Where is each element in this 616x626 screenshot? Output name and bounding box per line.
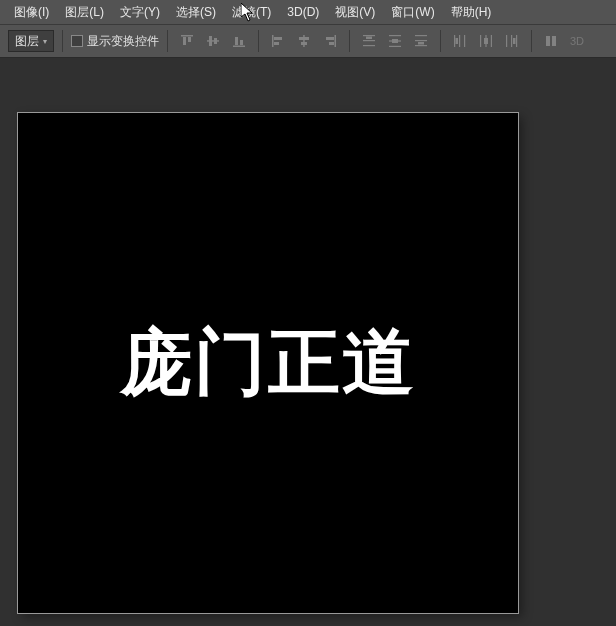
divider: [258, 30, 259, 52]
chevron-down-icon: ▾: [43, 37, 47, 46]
distribute-horizontal-icon[interactable]: [475, 30, 497, 52]
svg-rect-2: [188, 37, 191, 42]
distribute-bottom-icon[interactable]: [410, 30, 432, 52]
divider: [531, 30, 532, 52]
svg-rect-34: [480, 35, 481, 47]
menu-help[interactable]: 帮助(H): [443, 1, 500, 24]
canvas[interactable]: 庞门正道: [18, 113, 518, 613]
auto-align-icon[interactable]: [540, 30, 562, 52]
svg-rect-3: [207, 40, 219, 42]
svg-rect-16: [326, 37, 334, 40]
svg-rect-31: [459, 35, 460, 47]
svg-rect-12: [303, 35, 305, 47]
svg-rect-22: [389, 35, 401, 36]
svg-rect-0: [181, 35, 193, 37]
menu-image[interactable]: 图像(I): [6, 1, 57, 24]
menu-filter[interactable]: 滤镜(T): [224, 1, 279, 24]
svg-rect-7: [235, 37, 238, 45]
svg-rect-8: [240, 40, 243, 45]
svg-rect-4: [209, 36, 212, 46]
svg-rect-14: [301, 42, 307, 45]
align-bottom-edges-icon[interactable]: [228, 30, 250, 52]
menu-layer[interactable]: 图层(L): [57, 1, 112, 24]
divider: [440, 30, 441, 52]
svg-rect-15: [335, 35, 337, 47]
svg-rect-33: [456, 38, 459, 44]
svg-rect-38: [506, 35, 507, 47]
svg-rect-20: [363, 45, 375, 46]
distribute-top-icon[interactable]: [358, 30, 380, 52]
svg-rect-27: [415, 40, 427, 41]
mode-3d-badge[interactable]: 3D: [566, 35, 588, 47]
options-bar: 图层 ▾ 显示变换控件 3D: [0, 24, 616, 58]
svg-rect-10: [274, 37, 282, 40]
align-top-edges-icon[interactable]: [176, 30, 198, 52]
svg-rect-1: [183, 37, 186, 45]
menu-3d[interactable]: 3D(D): [279, 2, 327, 22]
svg-rect-18: [363, 35, 375, 36]
svg-rect-17: [329, 42, 334, 45]
svg-rect-43: [552, 36, 556, 46]
align-left-edges-icon[interactable]: [267, 30, 289, 52]
svg-rect-19: [363, 40, 375, 41]
menu-bar: 图像(I) 图层(L) 文字(Y) 选择(S) 滤镜(T) 3D(D) 视图(V…: [0, 0, 616, 24]
mode-dropdown[interactable]: 图层 ▾: [8, 30, 54, 52]
svg-rect-6: [233, 46, 245, 48]
checkbox-icon: [71, 35, 83, 47]
show-transform-controls[interactable]: 显示变换控件: [71, 33, 159, 50]
menu-type[interactable]: 文字(Y): [112, 1, 168, 24]
svg-rect-21: [366, 37, 372, 40]
menu-window[interactable]: 窗口(W): [383, 1, 442, 24]
canvas-text: 庞门正道: [120, 315, 416, 411]
svg-rect-37: [484, 38, 488, 44]
svg-rect-36: [491, 35, 492, 47]
menu-select[interactable]: 选择(S): [168, 1, 224, 24]
align-horizontal-centers-icon[interactable]: [293, 30, 315, 52]
svg-rect-32: [464, 35, 465, 47]
mode-dropdown-label: 图层: [15, 33, 39, 50]
svg-rect-11: [274, 42, 279, 45]
svg-rect-40: [516, 35, 517, 47]
divider: [62, 30, 63, 52]
svg-rect-39: [511, 35, 512, 47]
show-transform-label: 显示变换控件: [87, 33, 159, 50]
workspace: 庞门正道: [0, 58, 616, 626]
align-vertical-centers-icon[interactable]: [202, 30, 224, 52]
svg-rect-9: [272, 35, 274, 47]
svg-rect-42: [546, 36, 550, 46]
svg-rect-29: [418, 42, 424, 45]
svg-rect-30: [454, 35, 455, 47]
divider: [349, 30, 350, 52]
divider: [167, 30, 168, 52]
distribute-left-icon[interactable]: [449, 30, 471, 52]
align-right-edges-icon[interactable]: [319, 30, 341, 52]
svg-rect-13: [299, 37, 309, 40]
svg-rect-41: [513, 38, 516, 44]
svg-rect-5: [214, 38, 217, 44]
svg-rect-26: [415, 35, 427, 36]
svg-rect-24: [389, 46, 401, 47]
menu-view[interactable]: 视图(V): [327, 1, 383, 24]
distribute-right-icon[interactable]: [501, 30, 523, 52]
svg-rect-25: [392, 39, 398, 43]
distribute-vertical-icon[interactable]: [384, 30, 406, 52]
svg-rect-28: [415, 45, 427, 46]
